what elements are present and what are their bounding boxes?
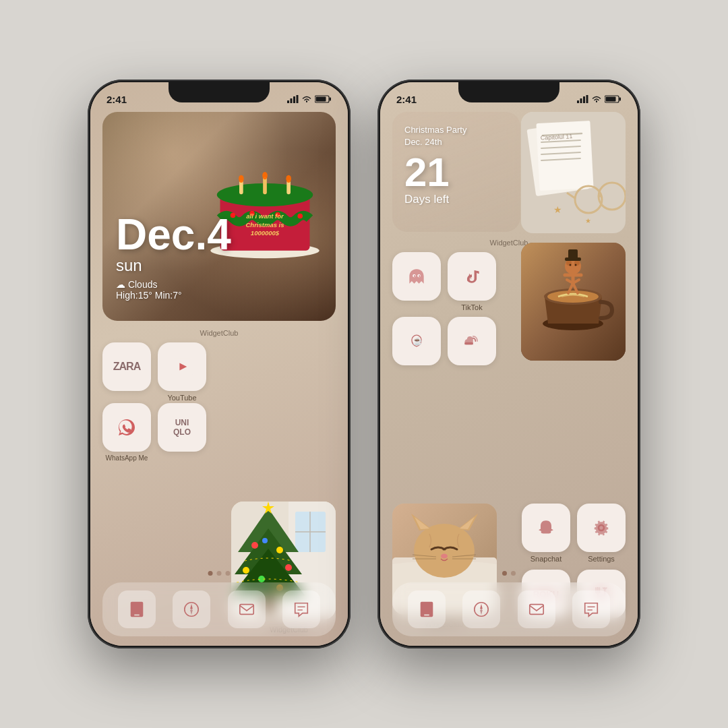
soundcloud-app[interactable] — [448, 317, 496, 365]
svg-rect-2 — [293, 96, 295, 103]
p2-dot-1 — [502, 571, 507, 576]
countdown-label: Days left — [404, 193, 508, 206]
svg-rect-52 — [619, 98, 621, 101]
coffee-svg — [521, 243, 626, 361]
svg-rect-49 — [583, 96, 585, 103]
dot-2 — [217, 571, 222, 576]
compass-dock-icon[interactable] — [173, 590, 210, 628]
whatsapp-icon — [102, 403, 151, 452]
svg-point-72 — [419, 275, 420, 276]
book-widget[interactable]: Capitolul 11 ★ ★ — [521, 112, 626, 233]
svg-point-35 — [276, 547, 283, 553]
svg-rect-48 — [580, 98, 582, 103]
dock-1 — [102, 582, 336, 636]
widgetclub-label-1: WidgetClub — [90, 329, 348, 337]
messages-dock-icon[interactable] — [282, 590, 320, 628]
svg-rect-93 — [568, 249, 578, 259]
svg-point-37 — [243, 567, 249, 574]
whatsapp-app[interactable]: WhatsApp Me — [102, 403, 151, 462]
svg-text:☕: ☕ — [413, 336, 423, 346]
coffee-bg — [521, 243, 626, 361]
p2-dot-2 — [511, 571, 516, 576]
p2-notch — [458, 82, 559, 102]
signal-icon — [287, 95, 299, 103]
phone-1: 2:41 — [88, 80, 351, 648]
tiktok-icon: ♪ — [448, 252, 496, 301]
status-icons — [287, 95, 332, 103]
svg-rect-53 — [606, 97, 616, 102]
countdown-number: 21 — [404, 152, 508, 193]
phone-dock-icon[interactable] — [118, 590, 156, 628]
p2-messages-dock-icon[interactable] — [572, 590, 610, 628]
svg-rect-56 — [536, 121, 593, 191]
svg-rect-3 — [297, 95, 299, 103]
svg-point-20 — [239, 175, 244, 183]
tiktok-label: TikTok — [461, 303, 482, 311]
svg-point-90 — [570, 264, 572, 266]
p2-compass-dock-icon[interactable] — [462, 590, 500, 628]
starbucks-icon: ☕ — [392, 317, 441, 365]
starbucks-app[interactable]: ☕ — [392, 317, 441, 365]
whatsapp-label: WhatsApp Me — [106, 454, 148, 462]
p2-wifi-icon — [591, 95, 602, 103]
uniqlo-icon: UNIQLO — [158, 403, 206, 452]
weather-info: ☁ Clouds High:15° Min:7° — [116, 279, 231, 301]
p2-phone-dock-icon[interactable] — [408, 590, 446, 628]
settings-label: Settings — [588, 555, 615, 563]
p2-app-row-1: ♪ TikTok — [392, 252, 496, 311]
notch — [169, 82, 270, 102]
svg-rect-44 — [240, 605, 253, 615]
svg-rect-47 — [577, 100, 579, 103]
youtube-app[interactable]: YouTube — [158, 342, 206, 402]
p2-signal-icon — [577, 95, 588, 103]
phone2-screen: 2:41 — [380, 82, 638, 646]
svg-text:★: ★ — [553, 204, 562, 215]
snapchat-label: Snapchat — [530, 555, 562, 563]
p2-mail-dock-icon[interactable] — [518, 590, 555, 628]
date-overlay: Dec.4 sun ☁ Clouds High:15° Min:7° — [116, 213, 231, 301]
zara-app[interactable]: ZARA — [102, 342, 151, 391]
svg-point-34 — [251, 542, 258, 549]
svg-rect-0 — [287, 100, 289, 103]
svg-point-21 — [262, 172, 268, 179]
p2-status-icons — [577, 95, 621, 103]
countdown-widget[interactable]: Christmas PartyDec. 24th 21 Days left — [392, 112, 520, 232]
ghost-app[interactable] — [392, 252, 441, 311]
svg-text:1000000$: 1000000$ — [251, 229, 280, 237]
coffee-widget[interactable] — [521, 243, 626, 361]
svg-rect-76 — [464, 342, 473, 345]
status-time: 2:41 — [107, 94, 127, 105]
mail-dock-icon[interactable] — [228, 590, 266, 628]
book-svg: Capitolul 11 ★ ★ — [521, 112, 626, 233]
current-day: sun — [116, 256, 231, 275]
countdown-content: Christmas PartyDec. 24th 21 Days left — [392, 112, 520, 218]
svg-rect-18 — [263, 177, 267, 195]
cake-widget[interactable]: all i want for Christmas is 1000000$ Dec… — [102, 112, 336, 321]
weather-detail: High:15° Min:7° — [116, 290, 231, 301]
svg-point-101 — [441, 554, 448, 559]
svg-rect-111 — [530, 605, 543, 615]
settings-icon — [577, 504, 626, 552]
p2-page-dots — [502, 571, 516, 576]
snapchat-app[interactable]: Snapchat — [522, 504, 570, 563]
youtube-icon — [158, 342, 206, 391]
ghost-icon — [392, 252, 441, 301]
weather-condition: ☁ Clouds — [116, 279, 231, 290]
svg-point-38 — [285, 564, 292, 571]
page-dots — [208, 571, 231, 576]
countdown-event: Christmas PartyDec. 24th — [404, 124, 508, 148]
p2-battery-icon — [605, 95, 621, 103]
uniqlo-app[interactable]: UNIQLO — [158, 403, 206, 452]
settings-app[interactable]: Settings — [577, 504, 626, 563]
svg-point-96 — [414, 524, 475, 578]
soundcloud-icon — [448, 317, 496, 365]
svg-point-13 — [297, 214, 303, 219]
dot-3 — [226, 571, 231, 576]
wifi-icon — [301, 95, 312, 103]
tiktok-app[interactable]: ♪ TikTok — [448, 252, 496, 311]
p2-status-time: 2:41 — [396, 94, 417, 105]
app-row-1: ZARA YouTube — [102, 342, 206, 402]
svg-text:all i want for: all i want for — [246, 212, 284, 220]
svg-rect-5 — [330, 98, 332, 101]
p2-app-row-2: ☕ — [392, 317, 496, 365]
